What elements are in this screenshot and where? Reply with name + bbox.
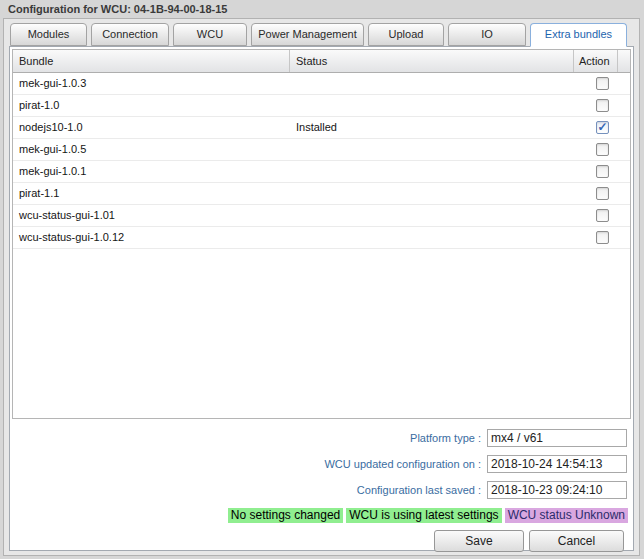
- column-header-bundle[interactable]: Bundle: [13, 50, 290, 72]
- table-row[interactable]: mek-gui-1.0.3: [13, 73, 630, 95]
- last-saved-field[interactable]: [487, 481, 627, 499]
- status-cell: Installed: [290, 117, 574, 138]
- status-cell: [290, 95, 574, 116]
- table-row[interactable]: mek-gui-1.0.1: [13, 161, 630, 183]
- bundle-checkbox[interactable]: [596, 77, 609, 90]
- status-cell: [290, 73, 574, 94]
- bundle-checkbox[interactable]: [596, 99, 609, 112]
- status-badges: No settings changed WCU is using latest …: [228, 508, 628, 523]
- bundle-cell: pirat-1.1: [13, 183, 290, 204]
- status-cell: [290, 139, 574, 160]
- platform-type-row: Platform type :: [410, 429, 627, 447]
- status-cell: [290, 161, 574, 182]
- action-cell: [574, 227, 630, 248]
- table-row[interactable]: wcu-status-gui-1.0.12: [13, 227, 630, 249]
- column-header-action[interactable]: Action: [574, 50, 618, 72]
- tab-upload[interactable]: Upload: [368, 23, 444, 46]
- latest-settings-badge: WCU is using latest settings: [346, 508, 501, 523]
- save-button[interactable]: Save: [434, 530, 524, 552]
- tab-extra-bundles[interactable]: Extra bundles: [530, 23, 627, 47]
- wcu-updated-field[interactable]: [487, 455, 627, 473]
- bundle-cell: mek-gui-1.0.1: [13, 161, 290, 182]
- table-header: Bundle Status Action: [13, 50, 630, 73]
- tab-connection[interactable]: Connection: [91, 23, 169, 46]
- action-cell: [574, 139, 630, 160]
- last-saved-label: Configuration last saved :: [357, 484, 481, 496]
- column-header-status[interactable]: Status: [290, 50, 574, 72]
- table-row[interactable]: nodejs10-1.0 Installed: [13, 117, 630, 139]
- status-cell: [290, 183, 574, 204]
- action-cell: [574, 95, 630, 116]
- action-cell: [574, 205, 630, 226]
- tab-content-panel: Bundle Status Action mek-gui-1.0.3 pirat…: [9, 46, 634, 551]
- bundle-cell: wcu-status-gui-1.0.12: [13, 227, 290, 248]
- tab-strip: Modules Connection WCU Power Management …: [10, 23, 634, 46]
- bundle-checkbox[interactable]: [596, 121, 609, 134]
- action-cell: [574, 161, 630, 182]
- status-cell: [290, 205, 574, 226]
- bundle-cell: mek-gui-1.0.5: [13, 139, 290, 160]
- tab-modules[interactable]: Modules: [10, 23, 87, 46]
- bundle-cell: pirat-1.0: [13, 95, 290, 116]
- action-cell: [574, 183, 630, 204]
- wcu-updated-label: WCU updated configuration on :: [324, 458, 481, 470]
- platform-type-field[interactable]: [487, 429, 627, 447]
- wcu-updated-row: WCU updated configuration on :: [324, 455, 627, 473]
- tab-wcu[interactable]: WCU: [173, 23, 247, 46]
- action-buttons: Save Cancel: [434, 530, 624, 552]
- platform-type-label: Platform type :: [410, 432, 481, 444]
- wcu-status-badge: WCU status Unknown: [505, 508, 628, 523]
- scrollbar-spacer: [618, 50, 630, 72]
- table-row[interactable]: wcu-status-gui-1.01: [13, 205, 630, 227]
- table-row[interactable]: pirat-1.1: [13, 183, 630, 205]
- tab-io[interactable]: IO: [448, 23, 526, 46]
- table-row[interactable]: pirat-1.0: [13, 95, 630, 117]
- action-cell: [574, 73, 630, 94]
- cancel-button[interactable]: Cancel: [529, 530, 624, 552]
- bundle-checkbox[interactable]: [596, 209, 609, 222]
- configuration-form: Platform type : WCU updated configuratio…: [12, 421, 631, 548]
- status-cell: [290, 227, 574, 248]
- bundle-checkbox[interactable]: [596, 165, 609, 178]
- action-cell: [574, 117, 630, 138]
- window-title: Configuration for WCU: 04-1B-94-00-18-15: [8, 3, 227, 15]
- bundle-cell: wcu-status-gui-1.01: [13, 205, 290, 226]
- bundle-checkbox[interactable]: [596, 143, 609, 156]
- bundle-cell: nodejs10-1.0: [13, 117, 290, 138]
- bundle-cell: mek-gui-1.0.3: [13, 73, 290, 94]
- settings-changed-badge: No settings changed: [228, 508, 343, 523]
- configuration-dialog: Modules Connection WCU Power Management …: [3, 18, 640, 556]
- bundle-checkbox[interactable]: [596, 187, 609, 200]
- last-saved-row: Configuration last saved :: [357, 481, 627, 499]
- bundles-table: Bundle Status Action mek-gui-1.0.3 pirat…: [12, 49, 631, 419]
- table-row[interactable]: mek-gui-1.0.5: [13, 139, 630, 161]
- tab-power-management[interactable]: Power Management: [251, 23, 364, 46]
- bundle-checkbox[interactable]: [596, 231, 609, 244]
